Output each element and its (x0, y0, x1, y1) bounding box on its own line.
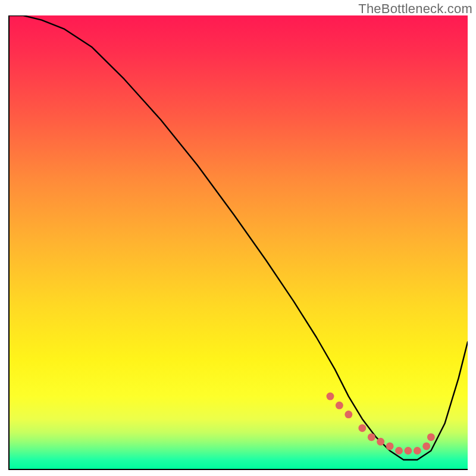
plot-area (8, 15, 468, 470)
highlight-dot (336, 402, 343, 409)
highlight-dot (427, 433, 435, 441)
highlight-dots (327, 393, 435, 455)
curve-layer (10, 15, 468, 469)
highlight-dot (386, 442, 394, 450)
highlight-dot (345, 411, 352, 418)
highlight-dot (422, 442, 430, 450)
highlight-dot (327, 393, 334, 400)
chart-frame: TheBottleneck.com (0, 0, 476, 476)
highlight-dot (404, 447, 412, 455)
watermark-text: TheBottleneck.com (358, 1, 472, 17)
highlight-dot (395, 447, 403, 455)
highlight-dot (368, 433, 375, 441)
highlight-dot (377, 438, 384, 446)
bottleneck-curve (10, 15, 468, 460)
highlight-dot (414, 447, 421, 455)
highlight-dot (358, 424, 366, 432)
